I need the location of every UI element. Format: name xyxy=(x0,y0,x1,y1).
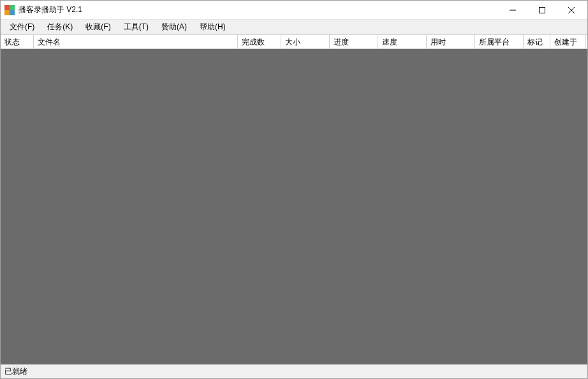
svg-rect-1 xyxy=(540,7,545,13)
menu-sponsor[interactable]: 赞助(A) xyxy=(155,20,193,34)
column-filename[interactable]: 文件名 xyxy=(34,35,238,48)
minimize-button[interactable] xyxy=(498,1,527,19)
close-icon xyxy=(568,7,575,13)
statusbar: 已就绪 xyxy=(1,364,587,378)
minimize-icon xyxy=(510,7,516,13)
maximize-button[interactable] xyxy=(527,1,557,19)
table-body[interactable] xyxy=(1,49,587,364)
column-mark[interactable]: 标记 xyxy=(524,35,550,48)
column-status[interactable]: 状态 xyxy=(1,35,34,48)
column-completed[interactable]: 完成数 xyxy=(238,35,281,48)
column-size[interactable]: 大小 xyxy=(281,35,330,48)
table-header: 状态 文件名 完成数 大小 进度 速度 用时 所属平台 标记 创建于 xyxy=(1,35,587,49)
window-title: 播客录播助手 V2.1 xyxy=(18,4,498,15)
status-text: 已就绪 xyxy=(4,366,27,377)
menu-tool[interactable]: 工具(T) xyxy=(117,20,155,34)
titlebar: 播客录播助手 V2.1 xyxy=(1,1,587,20)
menu-favorite[interactable]: 收藏(F) xyxy=(79,20,117,34)
close-button[interactable] xyxy=(557,1,586,19)
menu-help[interactable]: 帮助(H) xyxy=(193,20,232,34)
app-icon xyxy=(4,5,15,15)
window-controls xyxy=(498,1,586,19)
column-platform[interactable]: 所属平台 xyxy=(475,35,524,48)
menubar: 文件(F) 任务(K) 收藏(F) 工具(T) 赞助(A) 帮助(H) xyxy=(1,20,587,35)
column-speed[interactable]: 速度 xyxy=(378,35,427,48)
column-progress[interactable]: 进度 xyxy=(330,35,378,48)
column-elapsed[interactable]: 用时 xyxy=(427,35,475,48)
maximize-icon xyxy=(539,7,545,13)
column-created[interactable]: 创建于 xyxy=(550,35,586,48)
menu-file[interactable]: 文件(F) xyxy=(3,20,41,34)
menu-task[interactable]: 任务(K) xyxy=(41,20,79,34)
